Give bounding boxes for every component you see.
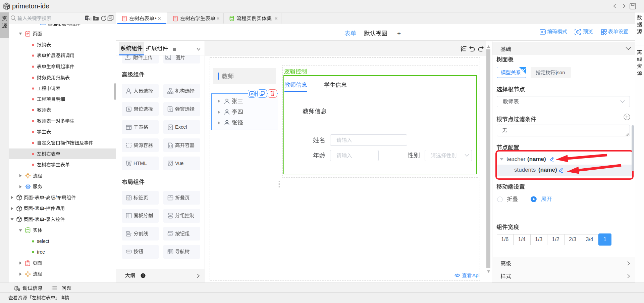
svg-text:BTN: BTN <box>127 251 130 253</box>
svg-text:JS: JS <box>250 93 253 96</box>
svg-text:Tab: Tab <box>127 198 130 200</box>
svg-text:BTN: BTN <box>169 233 171 235</box>
